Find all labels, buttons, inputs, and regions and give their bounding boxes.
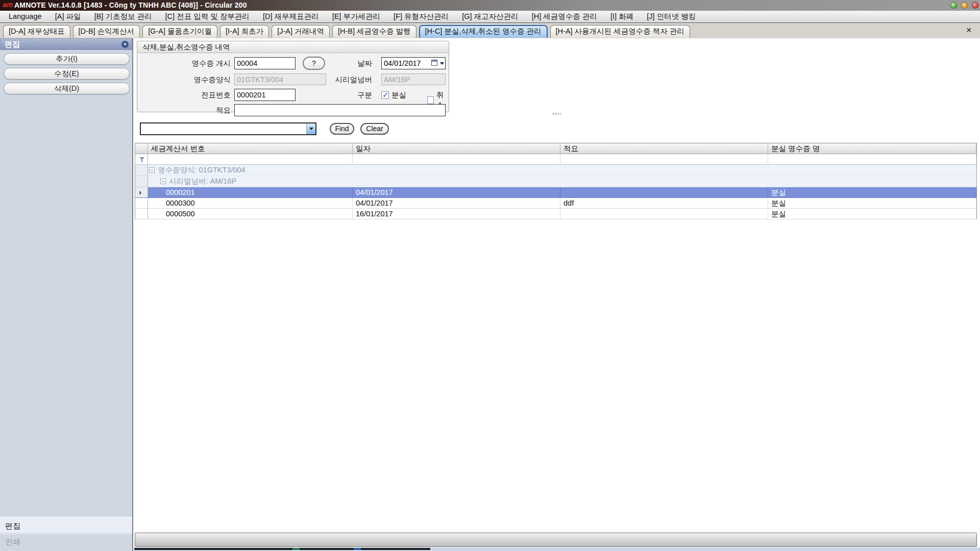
- tab-started-receipt-books[interactable]: [H-A] 사용개시된 세금영수증 책자 관리: [550, 25, 690, 38]
- tab-balance-sheet[interactable]: [D-A] 재무상태표: [3, 25, 70, 38]
- grid-header-row: 세금계산서 번호 일자 적요 분실 영수증 명: [135, 143, 976, 154]
- bottom-scroll-panel[interactable]: [135, 533, 977, 547]
- selected-row-arrow-icon: ›: [139, 187, 141, 197]
- tab-income-statement[interactable]: [D-B] 손익계산서: [73, 25, 140, 38]
- sidebar-panel-title: 편집: [5, 40, 20, 48]
- menu-tax-receipt[interactable]: [H] 세금영수증 관리: [526, 11, 603, 22]
- receipt-detail-panel: 삭제,분실,취소영수증 내역 영수증 개시 ? 날짜 영수증양식 시리얼넘버 전…: [137, 41, 449, 112]
- tab-initial-price[interactable]: [I-A] 최초가: [220, 25, 269, 38]
- menu-currency[interactable]: [I] 화폐: [605, 11, 639, 22]
- menu-financial-statements[interactable]: [D] 재무제표관리: [257, 11, 325, 22]
- grid-corner-cell: [135, 143, 148, 154]
- filter-funnel-icon: [139, 157, 144, 162]
- table-row[interactable]: 0000500 16/01/2017 분실: [135, 209, 976, 219]
- grid-filter-row[interactable]: [135, 154, 976, 165]
- cancel-checkbox-box[interactable]: [427, 96, 434, 104]
- menu-inventory[interactable]: [G] 재고자산관리: [456, 11, 524, 22]
- delete-button[interactable]: 삭제(D): [4, 83, 130, 94]
- cell-note[interactable]: ddf: [560, 198, 768, 209]
- tab-lost-deleted-cancelled-receipts[interactable]: [H-C] 분실,삭제,취소된 영수증 관리: [419, 25, 548, 38]
- col-invoice-number[interactable]: 세금계산서 번호: [148, 143, 353, 154]
- window-title: AMNOTE Ver.14.0.8 [1483 - Công ty TNHH A…: [14, 0, 247, 11]
- sidebar-section-print[interactable]: 인쇄: [0, 534, 132, 549]
- cell-date[interactable]: 04/01/2017: [353, 198, 560, 209]
- lost-checkbox[interactable]: 분실: [381, 90, 406, 100]
- date-dropdown-icon[interactable]: [440, 62, 444, 65]
- collapse-circle-icon[interactable]: [121, 41, 129, 48]
- calendar-icon[interactable]: [431, 60, 437, 66]
- serial-number-label: 시리얼넘버: [311, 73, 372, 86]
- cell-status[interactable]: 분실: [768, 198, 976, 209]
- category-label: 구분: [311, 89, 372, 101]
- lost-checkbox-box[interactable]: [381, 91, 389, 99]
- lost-checkbox-label: 분실: [391, 90, 406, 100]
- splitter-grip[interactable]: [553, 113, 561, 115]
- table-row[interactable]: › 0000201 04/01/2017 분실: [135, 187, 976, 198]
- cell-date[interactable]: 16/01/2017: [353, 209, 560, 219]
- group-row-serial-number[interactable]: 시리얼넘버: AM/16P: [135, 176, 976, 187]
- app-logo: am: [3, 1, 13, 9]
- slip-number-label: 전표번호: [141, 89, 231, 101]
- collapse-icon[interactable]: [160, 179, 166, 184]
- edit-button[interactable]: 수정(E): [4, 68, 130, 80]
- add-button[interactable]: 추가(I): [4, 53, 130, 65]
- receipt-start-input[interactable]: [234, 57, 296, 69]
- cell-note[interactable]: [560, 209, 768, 219]
- menu-basic-info[interactable]: [B] 기초정보 관리: [89, 11, 158, 22]
- receipt-start-label: 영수증 개시: [141, 57, 231, 69]
- menu-file[interactable]: [A] 파일: [50, 11, 87, 22]
- slip-number-input[interactable]: [234, 89, 296, 101]
- main-content: 삭제,분실,취소영수증 내역 영수증 개시 ? 날짜 영수증양식 시리얼넘버 전…: [134, 38, 980, 551]
- panel-title: 삭제,분실,취소영수증 내역: [137, 41, 449, 53]
- table-row[interactable]: 0000300 04/01/2017 ddf 분실: [135, 198, 976, 209]
- tab-close-icon[interactable]: ✕: [966, 26, 972, 34]
- combo-dropdown-button[interactable]: [306, 123, 315, 134]
- title-bar: am AMNOTE Ver.14.0.8 [1483 - Công ty TNH…: [0, 0, 980, 11]
- col-lost-receipt-name[interactable]: 분실 영수증 명: [768, 143, 976, 154]
- maximize-button[interactable]: [961, 2, 968, 9]
- clear-button[interactable]: Clear: [360, 123, 389, 135]
- col-note[interactable]: 적요: [560, 143, 768, 154]
- filter-cell[interactable]: [148, 154, 353, 165]
- cell-date[interactable]: 04/01/2017: [353, 187, 560, 198]
- date-field: [381, 57, 446, 69]
- cell-status[interactable]: 분실: [768, 187, 976, 198]
- collapse-icon[interactable]: [149, 167, 155, 173]
- filter-cell[interactable]: [768, 154, 976, 165]
- cell-status[interactable]: 분실: [768, 209, 976, 219]
- sidebar: 편집 추가(I) 수정(E) 삭제(D) 편집 인쇄: [0, 38, 133, 551]
- tab-goods-carryover[interactable]: [G-A] 물품초기이월: [142, 25, 217, 38]
- group-label: 시리얼넘버: AM/16P: [169, 176, 236, 187]
- receipt-grid: 세금계산서 번호 일자 적요 분실 영수증 명 영수증양식: 01GTKT3/0…: [135, 143, 977, 219]
- tab-transactions[interactable]: [J-A] 거래내역: [272, 25, 330, 38]
- date-label: 날짜: [311, 57, 372, 69]
- menu-slip-ledger[interactable]: [C] 전표 입력 및 장부관리: [160, 11, 255, 22]
- filter-cell[interactable]: [353, 154, 560, 165]
- note-input[interactable]: [234, 104, 446, 116]
- menu-fixed-assets[interactable]: [F] 유형자산관리: [388, 11, 454, 22]
- close-button[interactable]: [972, 2, 978, 9]
- find-button[interactable]: Find: [330, 123, 354, 135]
- note-label: 적요: [141, 104, 231, 116]
- search-combobox[interactable]: [140, 122, 316, 135]
- group-row-receipt-form[interactable]: 영수증양식: 01GTKT3/004: [135, 165, 976, 176]
- minimize-button[interactable]: [950, 2, 957, 9]
- group-label: 영수증양식: 01GTKT3/004: [158, 165, 246, 176]
- cell-invoice-no[interactable]: 0000201: [148, 187, 353, 198]
- row-indicator: [135, 209, 148, 219]
- cell-note[interactable]: [560, 187, 768, 198]
- cell-invoice-no[interactable]: 0000500: [148, 209, 353, 219]
- menu-vat[interactable]: [E] 부가세관리: [327, 11, 386, 22]
- cell-invoice-no[interactable]: 0000300: [148, 198, 353, 209]
- tab-strip: [D-A] 재무상태표 [D-B] 손익계산서 [G-A] 물품초기이월 [I-…: [0, 23, 980, 38]
- serial-number-input: [381, 73, 446, 85]
- col-date[interactable]: 일자: [353, 143, 560, 154]
- tab-tax-receipt-issue[interactable]: [H-B] 세금영수증 발행: [332, 25, 416, 38]
- search-input[interactable]: [141, 123, 315, 134]
- menu-language[interactable]: Language: [3, 11, 47, 22]
- sidebar-panel-header[interactable]: 편집: [0, 38, 132, 50]
- filter-cell[interactable]: [560, 154, 768, 165]
- menu-internet-banking[interactable]: [J] 인터넷 뱅킹: [641, 11, 701, 22]
- sidebar-section-edit[interactable]: 편집: [0, 517, 132, 534]
- filter-row-header: [135, 154, 148, 165]
